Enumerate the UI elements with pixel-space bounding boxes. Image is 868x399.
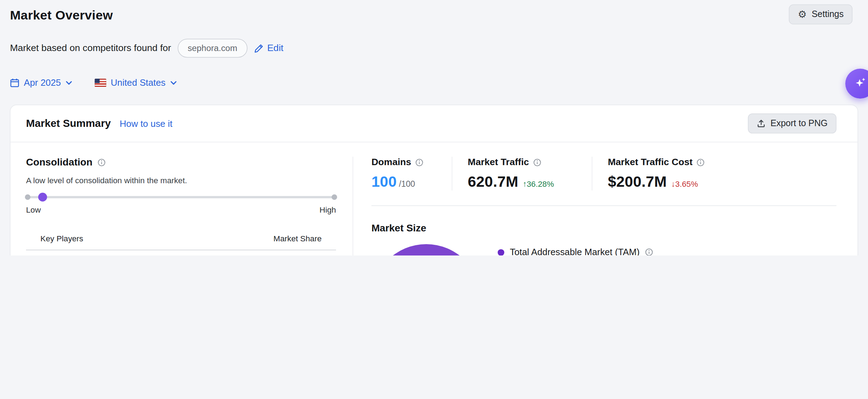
- metric-domains-suffix: /100: [399, 179, 415, 189]
- key-players-table: Key Players Market Share macys.com 9.73%…: [26, 234, 336, 255]
- slider-end-dot-left: [25, 194, 30, 200]
- metrics-divider: [371, 206, 836, 206]
- metric-cost-label: Market Traffic Cost: [608, 157, 693, 168]
- metric-traffic-value: 620.7M: [468, 173, 518, 190]
- us-flag-icon: [95, 79, 106, 87]
- settings-button-label: Settings: [812, 10, 844, 19]
- consolidation-description: A low level of consolidation within the …: [26, 176, 336, 185]
- date-selector-label: Apr 2025: [24, 78, 61, 88]
- card-title: Market Summary: [26, 117, 111, 129]
- metric-market-traffic: Market Traffic 620.7M ↑36.28%: [452, 157, 592, 190]
- metric-cost-value: $200.7M: [608, 173, 667, 190]
- market-subtitle-row: Market based on competitors found for se…: [10, 39, 868, 57]
- page-header: Market Overview ⚙ Settings: [0, 0, 868, 24]
- slider-label-high: High: [320, 206, 336, 214]
- gear-icon: ⚙: [798, 10, 807, 19]
- tam-label: Total Addressable Market (TAM): [510, 247, 639, 255]
- date-selector[interactable]: Apr 2025: [10, 78, 73, 88]
- slider-end-dot-right: [332, 194, 337, 200]
- market-overview-page: Market Overview ⚙ Settings Market based …: [0, 0, 868, 255]
- info-icon[interactable]: [533, 158, 541, 166]
- pencil-icon: [254, 44, 264, 53]
- filters-row: Apr 2025 United States: [10, 78, 868, 88]
- legend-item-tam: Total Addressable Market (TAM): [498, 247, 669, 255]
- settings-button[interactable]: ⚙ Settings: [789, 5, 853, 24]
- column-header-market-share: Market Share: [274, 234, 322, 243]
- metric-traffic-label: Market Traffic: [468, 157, 529, 168]
- tam-dot-icon: [498, 249, 505, 255]
- slider-label-low: Low: [26, 206, 41, 214]
- market-size-title: Market Size: [371, 223, 426, 234]
- metric-domains-value: 100: [371, 173, 396, 190]
- ai-assistant-button[interactable]: [845, 69, 868, 99]
- info-icon[interactable]: [97, 158, 106, 167]
- metric-traffic-change: ↑36.28%: [523, 179, 554, 188]
- card-body: Consolidation A low level of consolidati…: [11, 142, 858, 255]
- calendar-icon: [10, 78, 19, 88]
- slider-knob[interactable]: [38, 193, 47, 202]
- metric-domains-label: Domains: [371, 157, 411, 168]
- consolidation-title: Consolidation: [26, 157, 92, 168]
- market-size-section: Total Addressable Market (TAM) 6B Servic…: [371, 244, 836, 255]
- export-icon: [757, 119, 766, 128]
- subtitle-text: Market based on competitors found for: [10, 43, 171, 54]
- card-header: Market Summary How to use it Export to P…: [11, 105, 858, 142]
- market-size-legend: Total Addressable Market (TAM) 6B Servic…: [498, 244, 669, 255]
- edit-link[interactable]: Edit: [254, 43, 283, 54]
- slider-track: [26, 196, 336, 198]
- metrics-row: Domains 100 /100 Market Traffic: [371, 157, 836, 190]
- metric-market-traffic-cost: Market Traffic Cost $200.7M ↓3.65%: [592, 157, 720, 190]
- table-row: macys.com 9.73%: [26, 250, 336, 255]
- column-header-key-players: Key Players: [40, 234, 83, 243]
- info-icon[interactable]: [697, 158, 705, 166]
- country-selector-label: United States: [111, 78, 165, 88]
- metric-cost-change: ↓3.65%: [671, 179, 698, 188]
- info-icon[interactable]: [645, 248, 653, 255]
- domain-chip-label: sephora.com: [188, 43, 237, 53]
- market-summary-card: Market Summary How to use it Export to P…: [10, 105, 858, 255]
- metric-domains: Domains 100 /100: [371, 157, 452, 190]
- tam-circle: [371, 244, 481, 255]
- consolidation-section: Consolidation A low level of consolidati…: [26, 157, 353, 255]
- export-png-button[interactable]: Export to PNG: [748, 113, 836, 133]
- how-to-use-link[interactable]: How to use it: [120, 118, 173, 129]
- market-size-chart: [371, 244, 481, 255]
- chevron-down-icon: [65, 79, 72, 86]
- export-png-label: Export to PNG: [771, 118, 828, 128]
- chevron-down-icon: [170, 79, 177, 86]
- edit-link-label: Edit: [267, 43, 283, 54]
- consolidation-slider: [26, 193, 336, 202]
- ai-sparkle-icon: [854, 77, 866, 90]
- market-metrics-section: Domains 100 /100 Market Traffic: [353, 157, 857, 255]
- country-selector[interactable]: United States: [95, 78, 177, 88]
- info-icon[interactable]: [415, 158, 423, 166]
- page-title: Market Overview: [10, 5, 113, 23]
- domain-chip: sephora.com: [178, 39, 247, 57]
